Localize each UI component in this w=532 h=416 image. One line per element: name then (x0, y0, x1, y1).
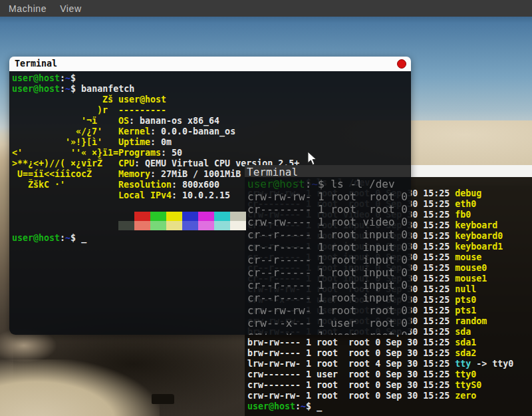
palette-swatch (230, 221, 246, 230)
terminal1-history: user@host:~$ user@host:~$ bananfetch (12, 73, 134, 95)
palette-swatch (214, 221, 230, 230)
close-button[interactable] (397, 59, 406, 69)
palette-swatch (182, 212, 198, 221)
vm-screen: { "menu_bar": { "items": ["Machine", "Vi… (0, 0, 532, 416)
palette-swatch (198, 212, 214, 221)
terminal1-titlebar[interactable]: Terminal (9, 57, 411, 71)
menu-bar: Machine View (0, 0, 532, 17)
palette-swatch (150, 212, 166, 221)
fetch-underline: --------- (118, 105, 299, 116)
fetch-field: Kernel: 0.0.0-banan_os (118, 126, 299, 137)
menu-item-view[interactable]: View (60, 3, 82, 14)
palette-swatch (134, 212, 150, 221)
fetch-field: Programs: 50 (118, 148, 299, 158)
terminal1-title: Terminal (15, 59, 57, 69)
palette-swatch (134, 221, 150, 230)
palette-swatch (230, 212, 246, 221)
terminal1-prompt: user@host:~$ _ (12, 233, 86, 244)
palette-swatch (150, 221, 166, 230)
palette-swatch (166, 221, 182, 230)
arrow-cursor-icon (307, 151, 319, 169)
palette-swatch (166, 212, 182, 221)
color-palette (118, 212, 246, 230)
terminal2-title: Terminal (247, 166, 298, 178)
palette-swatch (214, 212, 230, 221)
palette-swatch (118, 212, 134, 221)
fetch-ascii-art: Zš )r '¬ï «/¿7' '»!}[ì' <' ''« ×}ï1= >**… (12, 95, 118, 190)
fetch-header: user@host (118, 95, 299, 105)
palette-swatch (118, 221, 134, 230)
menu-item-machine[interactable]: Machine (9, 3, 47, 14)
terminal2-titlebar-overlapped[interactable]: Terminal (245, 165, 410, 177)
fetch-field: OS: banan-os x86_64 (118, 116, 299, 126)
fetch-field: Uptime: 0m (118, 137, 299, 148)
device-listing: user@host:~$ ls -l /dev crw-rw-rw- 1 roo… (247, 178, 410, 335)
overlap-dim-region: user@host:~$ ls -l /dev crw-rw-rw- 1 roo… (245, 177, 410, 335)
palette-swatch (182, 221, 198, 230)
wallpaper-truck (152, 394, 174, 404)
palette-swatch (198, 221, 214, 230)
wallpaper-sand (0, 359, 160, 416)
